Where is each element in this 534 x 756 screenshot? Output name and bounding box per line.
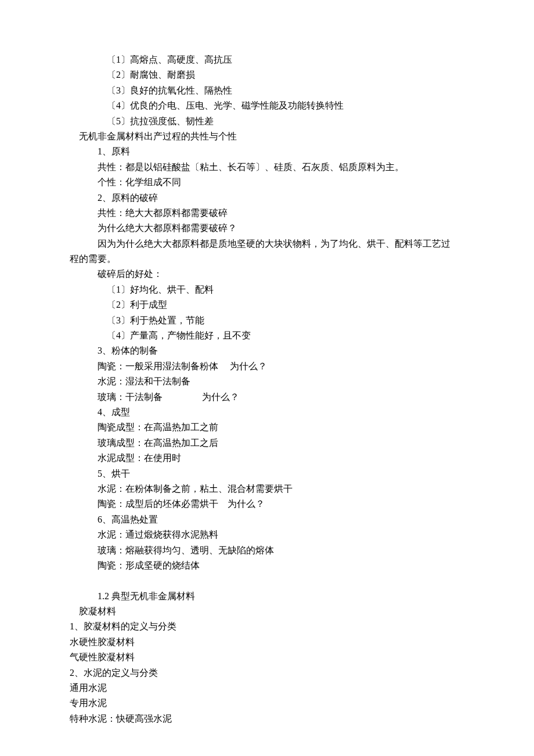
text-line: 个性：化学组成不同 [70,175,464,190]
text-line: 〔2〕耐腐蚀、耐磨损 [70,67,464,82]
text-line: 4、成型 [70,405,464,420]
document-body: 〔1〕高熔点、高硬度、高抗压 〔2〕耐腐蚀、耐磨损 〔3〕良好的抗氧化性、隔热性… [70,52,464,726]
text-line: 程的需要。 [70,251,464,267]
text-line: 共性：绝大大都原料都需要破碎 [70,206,464,221]
text-line: 2、水泥的定义与分类 [70,665,464,681]
text-line: 〔4〕产量高，产物性能好，且不变 [70,328,464,343]
text-line: 破碎后的好处： [70,267,464,282]
text-line: 〔5〕抗拉强度低、韧性差 [70,114,464,129]
text-line: 特种水泥：快硬高强水泥 [70,711,464,726]
text-line: 5、烘干 [70,466,464,481]
text-line [70,573,464,588]
text-line: 水泥：在粉体制备之前，粘土、混合材需要烘干 [70,481,464,496]
text-line: 无机非金属材料出产过程的共性与个性 [70,129,464,144]
text-line: 6、高温热处置 [70,512,464,527]
text-line: 1.2 典型无机非金属材料 [70,589,464,604]
text-line: 〔4〕优良的介电、压电、光学、磁学性能及功能转换特性 [70,98,464,113]
text-line: 3、粉体的制备 [70,343,464,358]
text-line: 玻璃：干法制备 为什么？ [70,390,464,405]
text-line: 共性：都是以铝硅酸盐〔粘土、长石等〕、硅质、石灰质、铝质原料为主。 [70,160,464,175]
text-line: 水硬性胶凝材料 [70,635,464,650]
document-page: 〔1〕高熔点、高硬度、高抗压 〔2〕耐腐蚀、耐磨损 〔3〕良好的抗氧化性、隔热性… [0,0,534,756]
text-line: 〔1〕好均化、烘干、配料 [70,282,464,297]
text-line: 通用水泥 [70,681,464,696]
text-line: 〔1〕高熔点、高硬度、高抗压 [70,52,464,67]
text-line: 水泥成型：在使用时 [70,451,464,466]
text-line: 2、原料的破碎 [70,190,464,206]
text-line: 玻璃成型：在高温热加工之后 [70,435,464,451]
text-line: 〔3〕利于热处置，节能 [70,313,464,328]
text-line: 陶瓷：形成坚硬的烧结体 [70,558,464,573]
text-line: 陶瓷：成型后的坯体必需烘干 为什么？ [70,496,464,512]
text-line: 〔3〕良好的抗氧化性、隔热性 [70,83,464,98]
text-line: 专用水泥 [70,696,464,711]
text-line: 水泥：湿法和干法制备 [70,374,464,389]
text-line: 陶瓷：一般采用湿法制备粉体 为什么？ [70,359,464,374]
text-line: 1、胶凝材料的定义与分类 [70,619,464,634]
text-line: 因为为什么绝大大都原料都是质地坚硬的大块状物料，为了均化、烘干、配料等工艺过 [70,236,464,251]
text-line: 为什么绝大大都原料都需要破碎？ [70,221,464,236]
text-line: 玻璃：熔融获得均匀、透明、无缺陷的熔体 [70,543,464,558]
text-line: 水泥：通过煅烧获得水泥熟料 [70,527,464,542]
text-line: 〔2〕利于成型 [70,297,464,312]
text-line: 陶瓷成型：在高温热加工之前 [70,420,464,435]
text-line: 气硬性胶凝材料 [70,650,464,665]
text-line: 1、原料 [70,144,464,159]
text-line: 胶凝材料 [70,604,464,619]
